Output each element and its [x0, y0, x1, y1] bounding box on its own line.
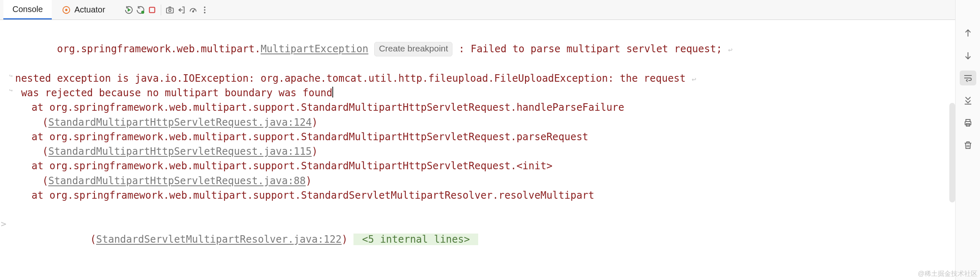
create-breakpoint-button[interactable]: Create breakpoint: [374, 42, 452, 56]
stack-loc-0: (StandardMultipartHttpServletRequest.jav…: [9, 115, 951, 130]
source-link[interactable]: StandardMultipartHttpServletRequest.java…: [48, 175, 305, 187]
source-link[interactable]: StandardServletMultipartResolver.java:12…: [96, 234, 341, 245]
svg-point-1: [66, 9, 68, 11]
tab-console[interactable]: Console: [3, 0, 52, 19]
exception-line-1: org.springframework.web.multipart.Multip…: [9, 27, 951, 71]
text-caret: [332, 87, 333, 97]
scrollbar[interactable]: [949, 103, 955, 202]
stack-frame-2: at org.springframework.web.multipart.sup…: [9, 159, 951, 173]
svg-point-8: [204, 9, 206, 11]
stack-loc-3: > (StandardServletMultipartResolver.java…: [9, 203, 951, 261]
source-link[interactable]: StandardMultipartHttpServletRequest.java…: [48, 117, 312, 128]
stack-loc-2: (StandardMultipartHttpServletRequest.jav…: [9, 174, 951, 188]
input-prompt-icon: >: [1, 217, 6, 231]
source-link[interactable]: StandardMultipartHttpServletRequest.java…: [48, 146, 312, 157]
print-button[interactable]: [960, 115, 976, 130]
svg-point-5: [169, 9, 171, 12]
svg-rect-4: [167, 8, 174, 13]
svg-point-6: [193, 11, 194, 12]
prev-occurrence-button[interactable]: [960, 26, 976, 41]
scroll-to-end-button[interactable]: [960, 93, 976, 108]
stack-frame-0: at org.springframework.web.multipart.sup…: [9, 100, 951, 115]
exception-msg-1: : Failed to parse multipart servlet requ…: [452, 43, 722, 55]
exception-line-2: ↪ nested exception is java.io.IOExceptio…: [9, 71, 951, 86]
stack-loc-1: (StandardMultipartHttpServletRequest.jav…: [9, 144, 951, 159]
next-occurrence-button[interactable]: [960, 48, 976, 63]
svg-rect-3: [149, 7, 155, 12]
tab-actuator[interactable]: Actuator: [53, 0, 114, 19]
hidden-frames-toggle[interactable]: <5 internal lines>: [353, 234, 478, 245]
console-output[interactable]: org.springframework.web.multipart.Multip…: [0, 20, 955, 280]
exception-class-prefix: org.springframework.web.multipart.: [57, 43, 261, 55]
svg-point-2: [141, 10, 144, 13]
wrap-continuation-icon: ↪: [9, 86, 12, 95]
more-menu-button[interactable]: [199, 5, 210, 15]
exception-class-link[interactable]: MultipartException: [261, 43, 368, 55]
soft-wrap-button[interactable]: [960, 71, 976, 85]
screenshot-button[interactable]: [165, 5, 175, 15]
stack-frame-1: at org.springframework.web.multipart.sup…: [9, 130, 951, 144]
gauge-button[interactable]: [188, 5, 198, 15]
wrap-continuation-icon: ↪: [9, 71, 12, 80]
watermark: @稀土掘金技术社区: [918, 270, 978, 278]
tab-actuator-label: Actuator: [74, 5, 105, 15]
tab-console-label: Console: [12, 5, 43, 14]
svg-point-9: [204, 12, 206, 13]
stack-frame-3: at org.springframework.web.multipart.sup…: [9, 188, 951, 203]
soft-wrap-glyph: ↩: [692, 75, 696, 83]
exit-button[interactable]: [176, 5, 187, 15]
exception-line-3: ↪ was rejected because no multipart boun…: [9, 86, 951, 100]
actuator-icon: [62, 5, 71, 15]
soft-wrap-glyph: ↩: [728, 45, 733, 54]
toolbar-separator: [161, 5, 161, 15]
tool-window-tabbar: Console Actuator: [0, 0, 955, 20]
console-side-toolbar: [955, 0, 980, 280]
clear-all-button[interactable]: [960, 138, 976, 153]
stop-button[interactable]: [147, 5, 157, 15]
exception-msg-3: was rejected because no multipart bounda…: [15, 87, 332, 99]
rerun-modified-button[interactable]: [135, 5, 146, 15]
exception-msg-2: nested exception is java.io.IOException:…: [15, 73, 685, 84]
rerun-button[interactable]: [123, 5, 134, 15]
svg-point-7: [204, 6, 206, 8]
